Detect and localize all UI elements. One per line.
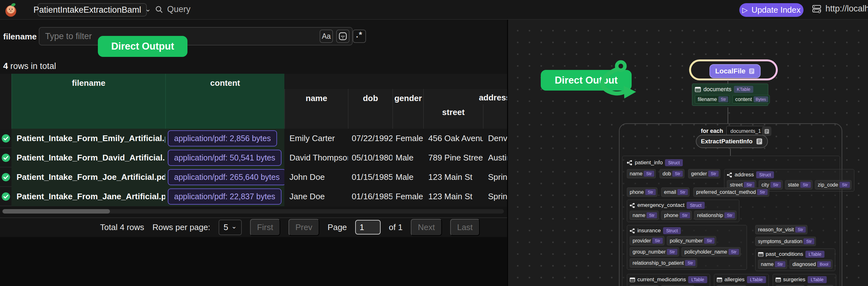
check-circle-icon [2, 173, 10, 182]
col-header-filename[interactable]: filename [11, 74, 165, 129]
results-table-panel: filename Aa .* Direct Output 4 rows in t… [0, 20, 507, 286]
foreach-doc-button[interactable] [762, 126, 771, 136]
insurance-struct-box[interactable]: insurance Struct providerStr policy_numb… [627, 225, 747, 270]
connector-line [727, 107, 728, 123]
pagination-total: Total 4 rows [100, 222, 144, 232]
type-badge: Struct [665, 159, 683, 166]
cell-filename: Patient_Intake_Form_Joe_Artificial.pdf [11, 167, 165, 187]
field-chip[interactable]: filenameStr [695, 95, 730, 104]
emergency-contact-struct-box[interactable]: emergency_contact Struct nameStr phoneSt… [627, 199, 739, 222]
table-icon [776, 277, 781, 283]
col-header-address[interactable]: address [423, 89, 507, 104]
filter-column-label: filename [3, 32, 37, 42]
table-row[interactable]: Patient_Intake_Form_David_Artificial.pdf… [0, 148, 507, 167]
col-header-street[interactable]: street [423, 104, 483, 129]
first-page-button[interactable]: First [250, 219, 280, 236]
extract-patient-info-node[interactable]: ExtractPatientInfo [696, 135, 768, 148]
next-page-button[interactable]: Next [411, 219, 442, 236]
pagination-bar: Total 4 rows Rows per page: 5 ⌄ First Pr… [0, 217, 507, 236]
col-header-city[interactable]: city [483, 104, 507, 129]
localfile-node[interactable]: LocalFile [709, 64, 761, 78]
field-chip[interactable]: relationshipStr [694, 211, 737, 220]
field-chip[interactable]: dobStr [659, 169, 684, 178]
cell-city: Austin [483, 148, 507, 167]
cell-street: 123 Main St [423, 167, 483, 187]
field-chip[interactable]: providerStr [630, 236, 664, 245]
field-chip[interactable]: phoneStr [627, 188, 657, 197]
cell-city: Springfield [483, 187, 507, 206]
field-chip[interactable]: group_numberStr [630, 247, 679, 256]
struct-icon [630, 203, 635, 208]
check-circle-icon [2, 134, 10, 143]
field-chip[interactable]: policyholder_nameStr [682, 247, 741, 256]
field-chip[interactable]: symptoms_durationStr [755, 237, 816, 246]
patient-info-schema: patient_info Struct nameStr dobStr gende… [622, 156, 840, 286]
field-chip[interactable]: genderStr [688, 169, 720, 178]
field-chip[interactable]: nameStr [627, 169, 656, 178]
cell-content: application/pdf: 22,837 bytes [165, 187, 284, 206]
field-chip[interactable]: policy_numberStr [667, 236, 716, 245]
chevron-down-icon: ⌄ [231, 222, 237, 230]
cell-gender: Male [392, 167, 423, 187]
col-header-dob[interactable]: dob [348, 89, 392, 129]
col-header-content[interactable]: content [165, 74, 284, 129]
page-label: Page [328, 222, 347, 232]
content-pill[interactable]: application/pdf: 50,541 bytes [168, 150, 281, 166]
search-icon [155, 5, 163, 14]
match-cell-icon[interactable] [336, 30, 349, 43]
current-medications-table-box[interactable]: current_medications LTable nameStr dosag… [627, 274, 710, 286]
field-chip[interactable]: nameStr [758, 260, 787, 269]
pipeline-dropdown[interactable]: PatientIntakeExtractionBaml ⌄ [37, 3, 147, 17]
col-header-gender[interactable]: gender [392, 89, 423, 129]
cell-dob: 01/16/1985 [348, 187, 392, 206]
last-page-button[interactable]: Last [450, 219, 480, 236]
query-search[interactable]: Query [155, 4, 191, 14]
cell-filename: Patient_Intake_Form_Emily_Artificial.pdf [11, 129, 165, 148]
foreach-group[interactable]: for each documents_1 ExtractPatientInfo [619, 123, 842, 286]
field-chip[interactable]: preferred_contact_methodStr [693, 188, 769, 197]
filter-input[interactable] [39, 27, 353, 45]
field-chip[interactable]: relationship_to_patientStr [630, 258, 697, 267]
cell-street: 456 Oak Avenue [423, 129, 483, 148]
cell-filename: Patient_Intake_Form_David_Artificial.pdf [11, 148, 165, 167]
scrollbar-thumb[interactable] [3, 209, 110, 214]
field-chip[interactable]: diagnosedBool [789, 260, 832, 269]
content-pill[interactable]: application/pdf: 22,837 bytes [168, 188, 281, 205]
field-chip[interactable]: contentBytes [732, 95, 770, 104]
table-icon [717, 277, 722, 283]
prev-page-button[interactable]: Prev [288, 219, 319, 236]
type-badge: LTable [805, 251, 825, 258]
cell-filename: Patient_Intake_From_Jane_Artificial.pdf [11, 187, 165, 206]
cell-name: John Doe [284, 167, 348, 187]
table-row[interactable]: Patient_Intake_Form_Joe_Artificial.pdf a… [0, 167, 507, 187]
field-chip[interactable]: nameStr [630, 211, 659, 220]
page-number-input[interactable] [355, 220, 381, 234]
cell-dob: 05/10/1980 [348, 148, 392, 167]
horizontal-scrollbar[interactable] [2, 209, 504, 214]
past-conditions-table-box[interactable]: past_conditions LTable nameStr diagnosed… [755, 249, 835, 271]
type-badge: LTable [747, 276, 766, 283]
pipeline-canvas[interactable]: Direct Output LocalFile documents KTable [508, 20, 868, 286]
cell-street: 789 Pine Street [423, 148, 483, 167]
update-index-button[interactable]: ▷ Update Index [739, 3, 804, 17]
surgeries-table-box[interactable]: surgeries LTable nameStr dateStr [773, 274, 836, 286]
documents-table-node[interactable]: documents KTable filenameStr contentByte… [692, 84, 768, 106]
content-pill[interactable]: application/pdf: 2,856 bytes [168, 130, 277, 147]
schema-root-header[interactable]: patient_info Struct [627, 159, 835, 166]
table-row[interactable]: Patient_Intake_From_Jane_Artificial.pdf … [0, 187, 507, 206]
field-chip[interactable]: emailStr [661, 188, 690, 197]
cell-street: 123 Main St [423, 187, 483, 206]
field-chip[interactable]: phoneStr [661, 211, 692, 220]
rows-per-page-select[interactable]: 5 ⌄ [219, 220, 242, 235]
struct-icon [630, 228, 635, 233]
match-case-icon[interactable]: Aa [320, 30, 333, 43]
struct-icon [727, 172, 732, 178]
content-pill[interactable]: application/pdf: 265,640 bytes [168, 169, 284, 185]
play-icon: ▷ [742, 6, 748, 14]
table-header: filename content name dob gender address… [0, 74, 507, 129]
regex-icon[interactable]: .* [353, 30, 366, 43]
allergies-table-box[interactable]: allergies LTable nameStr [714, 274, 769, 286]
table-row[interactable]: Patient_Intake_Form_Emily_Artificial.pdf… [0, 129, 507, 148]
field-chip[interactable]: reason_for_visitStr [755, 225, 807, 234]
col-header-name[interactable]: name [284, 89, 348, 129]
